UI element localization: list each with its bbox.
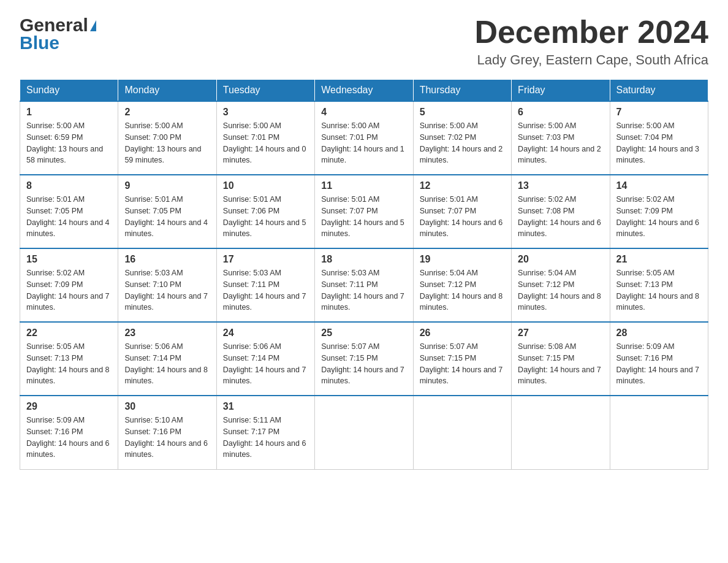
day-number: 1 (26, 107, 112, 118)
day-info: Sunrise: 5:03 AM Sunset: 7:11 PM Dayligh… (223, 267, 308, 313)
header-sunday: Sunday (20, 80, 118, 102)
day-number: 14 (616, 180, 702, 191)
day-number: 27 (518, 327, 603, 339)
day-info: Sunrise: 5:00 AM Sunset: 7:01 PM Dayligh… (223, 120, 308, 166)
calendar-cell: 15 Sunrise: 5:02 AM Sunset: 7:09 PM Dayl… (20, 248, 118, 322)
day-info: Sunrise: 5:00 AM Sunset: 6:59 PM Dayligh… (26, 120, 112, 166)
logo-area: General Blue (20, 15, 96, 53)
calendar-cell: 10 Sunrise: 5:01 AM Sunset: 7:06 PM Dayl… (216, 175, 314, 248)
calendar-week-row: 1 Sunrise: 5:00 AM Sunset: 6:59 PM Dayli… (20, 101, 708, 175)
calendar-table: SundayMondayTuesdayWednesdayThursdayFrid… (20, 79, 708, 470)
day-number: 25 (321, 327, 406, 339)
calendar-cell (413, 396, 511, 469)
day-info: Sunrise: 5:10 AM Sunset: 7:16 PM Dayligh… (124, 415, 210, 461)
day-number: 26 (420, 327, 505, 339)
calendar-cell: 1 Sunrise: 5:00 AM Sunset: 6:59 PM Dayli… (20, 101, 118, 175)
calendar-cell: 16 Sunrise: 5:03 AM Sunset: 7:10 PM Dayl… (118, 248, 216, 322)
day-info: Sunrise: 5:01 AM Sunset: 7:06 PM Dayligh… (223, 194, 308, 240)
calendar-cell: 13 Sunrise: 5:02 AM Sunset: 7:08 PM Dayl… (512, 175, 610, 248)
calendar-cell: 22 Sunrise: 5:05 AM Sunset: 7:13 PM Dayl… (20, 322, 118, 396)
day-info: Sunrise: 5:09 AM Sunset: 7:16 PM Dayligh… (616, 341, 702, 387)
calendar-cell: 2 Sunrise: 5:00 AM Sunset: 7:00 PM Dayli… (118, 101, 216, 175)
calendar-week-row: 8 Sunrise: 5:01 AM Sunset: 7:05 PM Dayli… (20, 175, 708, 248)
day-info: Sunrise: 5:02 AM Sunset: 7:08 PM Dayligh… (518, 194, 603, 240)
calendar-cell: 5 Sunrise: 5:00 AM Sunset: 7:02 PM Dayli… (413, 101, 511, 175)
day-info: Sunrise: 5:08 AM Sunset: 7:15 PM Dayligh… (518, 341, 603, 387)
header-wednesday: Wednesday (315, 80, 413, 102)
calendar-cell: 11 Sunrise: 5:01 AM Sunset: 7:07 PM Dayl… (315, 175, 413, 248)
day-number: 12 (420, 180, 505, 191)
calendar-cell (315, 396, 413, 469)
day-number: 22 (26, 327, 112, 339)
calendar-cell: 30 Sunrise: 5:10 AM Sunset: 7:16 PM Dayl… (118, 396, 216, 469)
calendar-cell: 25 Sunrise: 5:07 AM Sunset: 7:15 PM Dayl… (315, 322, 413, 396)
day-number: 11 (321, 180, 406, 191)
header-thursday: Thursday (413, 80, 511, 102)
calendar-cell: 19 Sunrise: 5:04 AM Sunset: 7:12 PM Dayl… (413, 248, 511, 322)
calendar-cell: 26 Sunrise: 5:07 AM Sunset: 7:15 PM Dayl… (413, 322, 511, 396)
header-friday: Friday (512, 80, 610, 102)
day-info: Sunrise: 5:09 AM Sunset: 7:16 PM Dayligh… (26, 415, 112, 461)
day-number: 7 (616, 107, 702, 118)
day-number: 10 (223, 180, 308, 191)
day-info: Sunrise: 5:01 AM Sunset: 7:07 PM Dayligh… (321, 194, 406, 240)
location-subtitle: Lady Grey, Eastern Cape, South Africa (474, 52, 708, 68)
calendar-cell: 12 Sunrise: 5:01 AM Sunset: 7:07 PM Dayl… (413, 175, 511, 248)
day-number: 23 (124, 327, 210, 339)
day-number: 29 (26, 401, 112, 412)
header-monday: Monday (118, 80, 216, 102)
calendar-cell: 9 Sunrise: 5:01 AM Sunset: 7:05 PM Dayli… (118, 175, 216, 248)
day-info: Sunrise: 5:06 AM Sunset: 7:14 PM Dayligh… (124, 341, 210, 387)
calendar-cell: 21 Sunrise: 5:05 AM Sunset: 7:13 PM Dayl… (610, 248, 708, 322)
calendar-cell: 14 Sunrise: 5:02 AM Sunset: 7:09 PM Dayl… (610, 175, 708, 248)
calendar-cell: 8 Sunrise: 5:01 AM Sunset: 7:05 PM Dayli… (20, 175, 118, 248)
calendar-cell: 17 Sunrise: 5:03 AM Sunset: 7:11 PM Dayl… (216, 248, 314, 322)
day-number: 28 (616, 327, 702, 339)
calendar-cell: 4 Sunrise: 5:00 AM Sunset: 7:01 PM Dayli… (315, 101, 413, 175)
day-number: 24 (223, 327, 308, 339)
logo-triangle-icon (90, 20, 96, 31)
title-area: December 2024 Lady Grey, Eastern Cape, S… (474, 15, 708, 68)
day-number: 20 (518, 254, 603, 265)
calendar-header-row: SundayMondayTuesdayWednesdayThursdayFrid… (20, 80, 708, 102)
calendar-cell (610, 396, 708, 469)
month-title: December 2024 (474, 15, 708, 50)
day-number: 8 (26, 180, 112, 191)
day-number: 30 (124, 401, 210, 412)
calendar-week-row: 29 Sunrise: 5:09 AM Sunset: 7:16 PM Dayl… (20, 396, 708, 469)
calendar-week-row: 15 Sunrise: 5:02 AM Sunset: 7:09 PM Dayl… (20, 248, 708, 322)
day-info: Sunrise: 5:00 AM Sunset: 7:01 PM Dayligh… (321, 120, 406, 166)
day-number: 17 (223, 254, 308, 265)
day-info: Sunrise: 5:02 AM Sunset: 7:09 PM Dayligh… (26, 267, 112, 313)
calendar-cell: 28 Sunrise: 5:09 AM Sunset: 7:16 PM Dayl… (610, 322, 708, 396)
calendar-cell: 23 Sunrise: 5:06 AM Sunset: 7:14 PM Dayl… (118, 322, 216, 396)
logo-blue: Blue (20, 33, 59, 53)
day-info: Sunrise: 5:06 AM Sunset: 7:14 PM Dayligh… (223, 341, 308, 387)
day-number: 4 (321, 107, 406, 118)
day-number: 3 (223, 107, 308, 118)
calendar-cell: 6 Sunrise: 5:00 AM Sunset: 7:03 PM Dayli… (512, 101, 610, 175)
day-number: 15 (26, 254, 112, 265)
day-info: Sunrise: 5:11 AM Sunset: 7:17 PM Dayligh… (223, 415, 308, 461)
day-info: Sunrise: 5:03 AM Sunset: 7:10 PM Dayligh… (124, 267, 210, 313)
day-number: 19 (420, 254, 505, 265)
day-info: Sunrise: 5:07 AM Sunset: 7:15 PM Dayligh… (420, 341, 505, 387)
day-number: 21 (616, 254, 702, 265)
calendar-cell: 7 Sunrise: 5:00 AM Sunset: 7:04 PM Dayli… (610, 101, 708, 175)
day-info: Sunrise: 5:05 AM Sunset: 7:13 PM Dayligh… (616, 267, 702, 313)
day-info: Sunrise: 5:03 AM Sunset: 7:11 PM Dayligh… (321, 267, 406, 313)
day-info: Sunrise: 5:01 AM Sunset: 7:07 PM Dayligh… (420, 194, 505, 240)
calendar-cell: 29 Sunrise: 5:09 AM Sunset: 7:16 PM Dayl… (20, 396, 118, 469)
day-info: Sunrise: 5:00 AM Sunset: 7:00 PM Dayligh… (124, 120, 210, 166)
calendar-cell: 20 Sunrise: 5:04 AM Sunset: 7:12 PM Dayl… (512, 248, 610, 322)
day-number: 2 (124, 107, 210, 118)
day-info: Sunrise: 5:00 AM Sunset: 7:04 PM Dayligh… (616, 120, 702, 166)
calendar-cell: 24 Sunrise: 5:06 AM Sunset: 7:14 PM Dayl… (216, 322, 314, 396)
calendar-cell: 18 Sunrise: 5:03 AM Sunset: 7:11 PM Dayl… (315, 248, 413, 322)
day-number: 16 (124, 254, 210, 265)
day-number: 9 (124, 180, 210, 191)
day-info: Sunrise: 5:07 AM Sunset: 7:15 PM Dayligh… (321, 341, 406, 387)
page-header: General Blue December 2024 Lady Grey, Ea… (20, 15, 708, 68)
day-number: 6 (518, 107, 603, 118)
day-info: Sunrise: 5:01 AM Sunset: 7:05 PM Dayligh… (26, 194, 112, 240)
